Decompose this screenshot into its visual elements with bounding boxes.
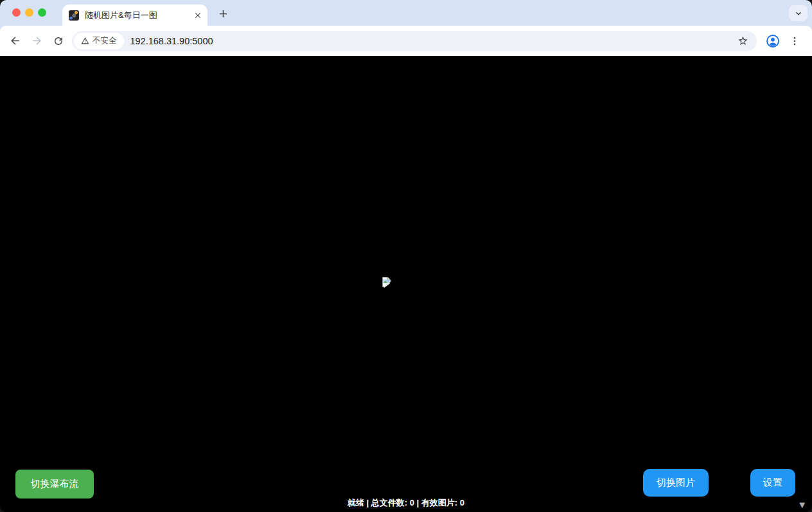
- warning-icon: [81, 37, 89, 45]
- browser-toolbar: 不安全 192.168.31.90:5000: [0, 26, 812, 56]
- browser-tab[interactable]: 随机图片&每日一图: [62, 4, 207, 26]
- forward-button[interactable]: [26, 30, 48, 52]
- reload-button[interactable]: [48, 30, 69, 52]
- waterfall-toggle-button[interactable]: 切换瀑布流: [15, 470, 94, 499]
- tab-close-icon[interactable]: [192, 10, 204, 21]
- broken-image-icon: [381, 276, 393, 288]
- fullscreen-window-button[interactable]: [38, 8, 46, 17]
- url-text[interactable]: 192.168.31.90:5000: [130, 36, 734, 46]
- toolbar-wrap: 不安全 192.168.31.90:5000: [0, 26, 812, 56]
- tab-title: 随机图片&每日一图: [85, 10, 192, 21]
- back-button[interactable]: [4, 30, 26, 52]
- minimize-window-button[interactable]: [25, 8, 33, 17]
- menu-kebab-icon[interactable]: [784, 30, 806, 52]
- address-bar[interactable]: 不安全 192.168.31.90:5000: [72, 31, 757, 51]
- settings-button[interactable]: 设置: [750, 469, 795, 497]
- collapse-arrow[interactable]: ▼: [797, 500, 807, 509]
- security-label: 不安全: [93, 35, 117, 46]
- browser-window: 随机图片&每日一图 不安全: [0, 0, 812, 512]
- tab-search-chevron-button[interactable]: [789, 5, 808, 21]
- new-tab-button[interactable]: [215, 6, 231, 21]
- page-content: 切换瀑布流 切换图片 设置 就绪 | 总文件数: 0 | 有效图片: 0 ▼: [0, 56, 812, 512]
- tab-strip: 随机图片&每日一图: [0, 0, 812, 26]
- security-chip[interactable]: 不安全: [74, 33, 124, 49]
- close-window-button[interactable]: [12, 8, 21, 17]
- tab-favicon: [69, 10, 79, 21]
- status-bar-text: 就绪 | 总文件数: 0 | 有效图片: 0: [0, 497, 812, 509]
- window-controls: [12, 8, 46, 17]
- profile-avatar-icon[interactable]: [762, 30, 784, 52]
- switch-image-button[interactable]: 切换图片: [643, 469, 709, 497]
- bookmark-star-icon[interactable]: [734, 32, 752, 50]
